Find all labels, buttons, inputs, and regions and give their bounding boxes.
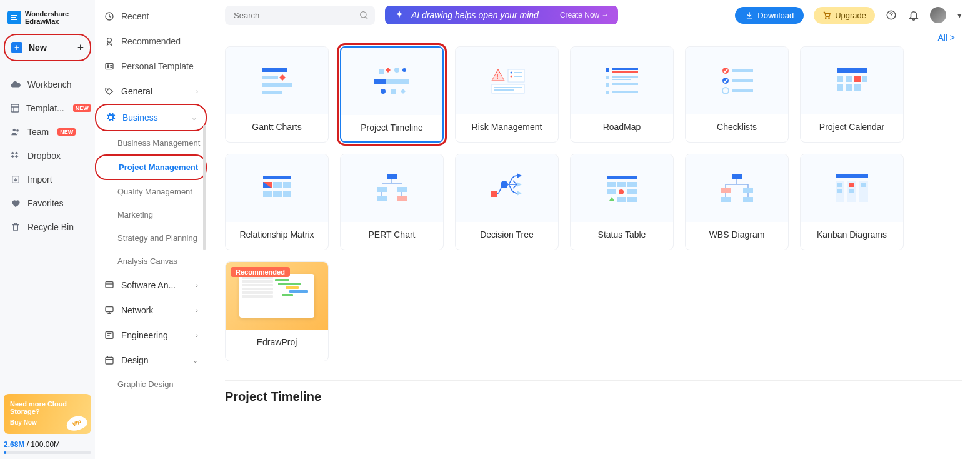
cat-quality-management[interactable]: Quality Management: [95, 180, 207, 203]
svg-rect-90: [617, 197, 626, 202]
search-input-wrapper: [225, 6, 375, 25]
cat-personal-template[interactable]: Personal Template: [95, 54, 207, 79]
svg-rect-82: [607, 176, 637, 179]
cat-design[interactable]: Design ⌄: [95, 348, 207, 373]
caret-down-icon[interactable]: ▾: [956, 9, 962, 21]
svg-rect-36: [514, 76, 522, 77]
svg-rect-97: [836, 174, 868, 178]
cat-strategy-planning[interactable]: Strategy and Planning: [95, 226, 207, 250]
cat-project-management[interactable]: Project Management: [95, 154, 207, 180]
svg-marker-81: [517, 191, 522, 196]
svg-rect-45: [612, 79, 631, 80]
cat-analysis-canvas[interactable]: Analysis Canvas: [95, 250, 207, 273]
sparkle-icon: [394, 9, 405, 21]
ai-drawing-banner[interactable]: AI drawing helps open your mind Create N…: [385, 6, 618, 24]
cat-marketing[interactable]: Marketing: [95, 203, 207, 226]
svg-point-6: [108, 65, 109, 67]
template-relationship-matrix[interactable]: Relationship Matrix: [225, 154, 329, 250]
svg-rect-70: [273, 191, 282, 197]
cat-engineering[interactable]: Engineering ›: [95, 323, 207, 348]
template-gantt-charts[interactable]: Gantt Charts: [225, 46, 329, 143]
download-button[interactable]: Download: [735, 7, 804, 24]
svg-rect-21: [379, 69, 384, 74]
svg-rect-96: [743, 197, 753, 202]
tag-icon: [104, 86, 115, 97]
bell-icon[interactable]: [908, 9, 920, 21]
svg-rect-105: [861, 183, 866, 187]
svg-marker-18: [279, 74, 286, 81]
template-kanban-diagrams[interactable]: Kanban Diagrams: [800, 154, 904, 250]
svg-rect-34: [514, 72, 522, 73]
svg-point-87: [619, 189, 624, 194]
svg-rect-71: [283, 191, 291, 197]
cart-icon: [822, 11, 831, 19]
svg-rect-57: [837, 76, 843, 82]
chevron-down-icon: ⌄: [192, 356, 198, 365]
import-icon: [10, 174, 21, 185]
upgrade-button[interactable]: Upgrade: [814, 7, 875, 24]
cat-general[interactable]: General ›: [95, 79, 207, 104]
nav-import[interactable]: Import: [4, 168, 91, 191]
svg-point-54: [722, 88, 729, 94]
template-decision-tree[interactable]: Decision Tree: [455, 154, 559, 250]
help-icon[interactable]: [885, 9, 898, 21]
heart-icon: [10, 198, 21, 209]
template-project-calendar[interactable]: Project Calendar: [800, 46, 904, 143]
nav-workbench[interactable]: Workbench: [4, 73, 91, 96]
nav-new[interactable]: + New +: [4, 34, 91, 61]
all-link[interactable]: All >: [938, 33, 955, 43]
template-status-table[interactable]: Status Table: [570, 154, 674, 250]
trash-icon: [10, 221, 21, 233]
svg-rect-46: [606, 83, 609, 87]
svg-rect-19: [262, 83, 292, 87]
svg-rect-41: [612, 68, 638, 70]
template-roadmap[interactable]: RoadMap: [570, 46, 674, 143]
chevron-right-icon: ›: [196, 306, 198, 314]
vip-chip-icon: VIP: [65, 414, 89, 433]
scrollbar[interactable]: [203, 125, 206, 250]
left-sidebar: Wondershare EdrawMax + New + Workbench T…: [0, 0, 95, 459]
template-pert-chart[interactable]: PERT Chart: [340, 154, 444, 250]
cat-recent[interactable]: Recent: [95, 4, 207, 29]
svg-marker-89: [609, 197, 614, 201]
svg-rect-39: [494, 89, 514, 91]
search-input[interactable]: [225, 6, 375, 25]
nav-templates[interactable]: Templat... NEW: [4, 96, 91, 120]
nav-team[interactable]: Team NEW: [4, 120, 91, 144]
template-edrawproj[interactable]: Recommended EdrawProj: [225, 261, 329, 361]
template-project-timeline[interactable]: Project Timeline: [340, 46, 444, 143]
svg-rect-51: [732, 69, 753, 72]
badge-new: NEW: [58, 128, 76, 136]
logo-text: Wondershare EdrawMax: [25, 10, 69, 25]
svg-rect-62: [846, 84, 852, 91]
svg-rect-73: [377, 187, 387, 192]
cat-business[interactable]: Business ⌄: [95, 104, 207, 131]
svg-rect-38: [494, 87, 522, 88]
nav-recycle[interactable]: Recycle Bin: [4, 215, 91, 239]
svg-rect-53: [732, 79, 753, 82]
svg-point-13: [826, 18, 827, 19]
svg-rect-37: [492, 84, 524, 93]
svg-rect-103: [849, 189, 854, 193]
cat-business-management[interactable]: Business Management: [95, 131, 207, 154]
svg-rect-72: [387, 174, 397, 179]
nav-favorites[interactable]: Favorites: [4, 191, 91, 215]
cat-recommended[interactable]: Recommended: [95, 29, 207, 54]
cat-graphic-design[interactable]: Graphic Design: [95, 373, 207, 396]
cat-network[interactable]: Network ›: [95, 298, 207, 323]
engineering-icon: [104, 330, 115, 341]
template-risk-management[interactable]: ! Risk Management: [455, 46, 559, 143]
template-wbs-diagram[interactable]: WBS Diagram: [685, 154, 789, 250]
nav-dropbox[interactable]: Dropbox: [4, 144, 91, 168]
svg-rect-47: [612, 83, 638, 85]
topbar: AI drawing helps open your mind Create N…: [208, 0, 980, 30]
svg-rect-86: [607, 189, 616, 194]
search-icon[interactable]: [359, 10, 369, 22]
team-icon: [10, 126, 21, 138]
cat-software[interactable]: Software An... ›: [95, 273, 207, 298]
svg-rect-44: [612, 76, 638, 78]
template-checklists[interactable]: Checklists: [685, 46, 789, 143]
cloud-storage-promo[interactable]: Need more Cloud Storage? Buy Now VIP: [4, 394, 91, 434]
user-avatar[interactable]: [930, 7, 946, 23]
template-icon: [10, 103, 20, 114]
